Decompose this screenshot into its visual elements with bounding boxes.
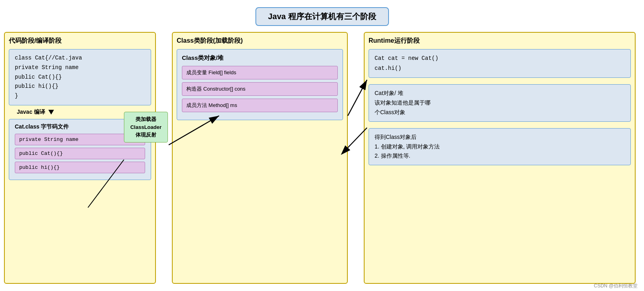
code-line-4: public hi(){} (15, 82, 145, 91)
code-box: class Cat{//Cat.java private String name… (9, 49, 151, 105)
classloader-box: 类加载器ClassLoader体现反射 (124, 112, 168, 143)
code-line-2: private String name (15, 63, 145, 73)
mid-class-box: Class类对象/堆 成员变量 Field[] fields 构造器 Const… (177, 49, 343, 120)
mid-field-0: 成员变量 Field[] fields (182, 66, 338, 79)
right-code-line-1: cat.hi() (375, 63, 625, 73)
right-code-line-0: Cat cat = new Cat() (375, 53, 625, 63)
catclass-item-2: public hi(){} (15, 162, 145, 173)
right-code-box: Cat cat = new Cat() cat.hi() (369, 49, 631, 78)
catclass-item-1: public Cat(){} (15, 148, 145, 159)
cat-object-line-0: Cat对象/ 堆 (375, 89, 625, 98)
cat-object-line-2: 个Class对象 (375, 108, 625, 117)
get-class-line-1: 1. 创建对象, 调用对象方法 (375, 142, 625, 152)
code-line-5: } (15, 91, 145, 101)
code-line-3: public Cat(){} (15, 73, 145, 82)
col-right-title: Runtime运行阶段 (369, 37, 631, 45)
cat-object-box: Cat对象/ 堆 该对象知道他是属于哪 个Class对象 (369, 84, 631, 121)
main-title: Java 程序在计算机有三个阶段 (255, 7, 389, 26)
col-right: Runtime运行阶段 Cat cat = new Cat() cat.hi()… (364, 32, 636, 284)
classloader-label: 类加载器ClassLoader体现反射 (130, 116, 161, 138)
arrow-down-icon (48, 110, 54, 115)
col-mid: Class类阶段(加载阶段) Class类对象/堆 成员变量 Field[] f… (172, 32, 348, 284)
col-left: 代码阶段/编译阶段 class Cat{//Cat.java private S… (4, 32, 156, 284)
col-left-title: 代码阶段/编译阶段 (9, 37, 151, 45)
cat-object-line-1: 该对象知道他是属于哪 (375, 98, 625, 108)
code-line-1: class Cat{//Cat.java (15, 53, 145, 63)
class-object-title: Class类对象/堆 (182, 54, 338, 62)
watermark: CSDN @伯利恒教堂 (594, 283, 638, 289)
mid-field-1: 构造器 Constructor[] cons (182, 82, 338, 96)
get-class-box: 得到Class对象后 1. 创建对象, 调用对象方法 2. 操作属性等. (369, 128, 631, 165)
col-mid-title: Class类阶段(加载阶段) (177, 37, 343, 45)
mid-field-2: 成员方法 Method[] ms (182, 99, 338, 112)
get-class-line-0: 得到Class对象后 (375, 133, 625, 142)
get-class-line-2: 2. 操作属性等. (375, 151, 625, 161)
